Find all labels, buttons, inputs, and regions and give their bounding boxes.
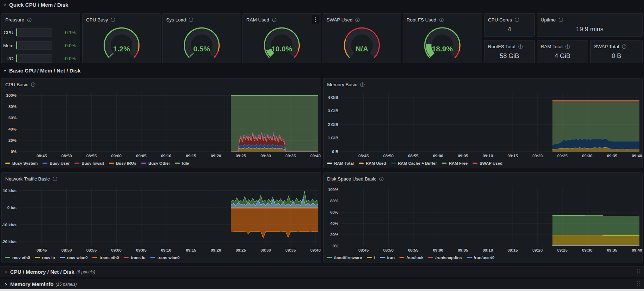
memory-basic-chart-plot[interactable]: 0 B1 GiB2 GiB3 GiB4 GiB08:4508:5008:5509…	[324, 90, 642, 159]
legend-label: trans eth0	[99, 255, 119, 260]
row-title: Memory Meminfo	[10, 281, 53, 287]
legend-item[interactable]: /boot/firmware	[327, 255, 362, 260]
info-icon[interactable]	[53, 177, 57, 181]
svg-text:08:55: 08:55	[86, 248, 97, 252]
row-header-basic[interactable]: Basic CPU / Mem / Net / Disk	[3, 68, 80, 74]
legend-item[interactable]: /run/user/0	[467, 255, 495, 260]
svg-text:08:50: 08:50	[61, 248, 72, 252]
legend-item[interactable]: Busy System	[5, 161, 38, 165]
disk-space-chart-plot[interactable]: 0%20%40%60%80%100%08:4508:5008:5509:0009…	[324, 185, 642, 254]
svg-text:09:35: 09:35	[607, 154, 617, 158]
legend-item[interactable]: Busy User	[43, 161, 70, 165]
network-traffic-chart-plot[interactable]: 10 kb/s0 b/s-10 kb/s-20 kb/s08:4508:5008…	[2, 185, 321, 254]
legend-item[interactable]: SWAP Used	[473, 161, 502, 165]
legend-item[interactable]: recv wlan0	[60, 255, 88, 260]
legend-swatch	[327, 163, 332, 164]
info-icon[interactable]	[111, 18, 115, 22]
cpu-basic-chart-plot[interactable]: 0%20%40%60%80%100%08:4508:5008:5509:0009…	[2, 90, 321, 159]
svg-text:09:10: 09:10	[483, 248, 493, 252]
collapsed-row-memory-meminfo[interactable]: Memory Meminfo (15 panels)	[0, 279, 644, 290]
svg-text:09:30: 09:30	[582, 248, 592, 252]
svg-text:09:20: 09:20	[211, 154, 221, 158]
svg-text:60%: 60%	[330, 210, 338, 214]
svg-text:09:15: 09:15	[507, 154, 518, 158]
bar-gauge-value: 0.0%	[65, 43, 76, 48]
legend-item[interactable]: Busy IRQs	[109, 161, 136, 165]
legend-label: /	[374, 255, 375, 260]
svg-text:09:40: 09:40	[310, 248, 320, 252]
legend-item[interactable]: recv lo	[35, 255, 55, 260]
legend-item[interactable]: RAM Used	[359, 161, 386, 165]
panel-title[interactable]: Network Traffic Basic	[5, 176, 50, 182]
legend-item[interactable]: /	[367, 255, 375, 260]
legend-item[interactable]: RAM Free	[442, 161, 468, 165]
drag-handle-icon[interactable]	[637, 268, 640, 275]
panel-title[interactable]: CPU Basic	[5, 82, 28, 87]
panel-title[interactable]: CPU Cores	[488, 17, 512, 23]
svg-text:4 GiB: 4 GiB	[328, 95, 338, 100]
row-title: Basic CPU / Mem / Net / Disk	[9, 68, 80, 74]
panel-title[interactable]: Memory Basic	[327, 82, 357, 87]
panel-title[interactable]: Pressure	[5, 17, 24, 23]
legend-item[interactable]: /run/snapd/ns	[428, 255, 462, 260]
legend-label: Busy System	[12, 161, 38, 165]
svg-text:09:00: 09:00	[111, 248, 122, 252]
svg-text:09:00: 09:00	[433, 154, 443, 158]
panel-title[interactable]: Disk Space Used Basic	[327, 176, 376, 182]
panel-title[interactable]: Sys Load	[166, 17, 186, 23]
legend-item[interactable]: trans eth0	[92, 255, 119, 260]
legend-item[interactable]: Busy Other	[141, 161, 170, 165]
info-icon[interactable]	[272, 18, 277, 22]
panel-title[interactable]: CPU Busy	[86, 17, 108, 23]
legend-swatch	[5, 257, 10, 258]
panel-title[interactable]: RAM Total	[541, 44, 562, 49]
svg-text:09:30: 09:30	[582, 154, 592, 158]
info-icon[interactable]	[559, 18, 563, 22]
bar-gauge-track	[16, 28, 52, 37]
info-icon[interactable]	[360, 82, 365, 87]
drag-handle-icon[interactable]	[637, 281, 640, 287]
legend-item[interactable]: trans wlan0	[150, 255, 180, 260]
legend-item[interactable]: Busy Iowait	[74, 161, 104, 165]
panel-ram-used: RAM Used 10.0%	[242, 13, 321, 63]
stat-value: 58 GiB	[484, 52, 534, 60]
legend-swatch	[150, 257, 155, 258]
panel-swap-used: SWAP Used N/A	[323, 13, 401, 63]
info-icon[interactable]	[518, 44, 523, 49]
panel-title[interactable]: SWAP Total	[594, 44, 619, 49]
info-icon[interactable]	[622, 44, 626, 49]
legend-label: Busy Iowait	[82, 161, 104, 165]
legend-item[interactable]: RAM Cache + Buffer	[391, 161, 437, 165]
legend-label: RAM Cache + Buffer	[398, 161, 437, 165]
legend-item[interactable]: /run	[380, 255, 395, 260]
svg-text:20%: 20%	[330, 233, 338, 237]
info-icon[interactable]	[565, 44, 570, 49]
collapsed-row-cpu-memory-net-disk[interactable]: CPU / Memory / Net / Disk (8 panels)	[0, 266, 644, 277]
legend-item[interactable]: Idle	[175, 161, 189, 165]
bottom-scrollbar[interactable]	[0, 289, 644, 291]
info-icon[interactable]	[379, 177, 384, 181]
panel-title[interactable]: RootFS Total	[488, 44, 515, 49]
legend-swatch	[124, 257, 129, 258]
panel-title[interactable]: Uptime	[541, 17, 556, 23]
bar-gauge-track	[16, 41, 52, 50]
row-panel-count: (8 panels)	[77, 270, 95, 274]
panel-title[interactable]: RAM Used	[246, 17, 269, 23]
legend-item[interactable]: RAM Total	[327, 161, 354, 165]
legend-label: /run	[387, 255, 395, 260]
info-icon[interactable]	[515, 18, 519, 22]
svg-text:09:20: 09:20	[532, 248, 542, 252]
legend-swatch	[442, 163, 447, 164]
panel-title[interactable]: Root FS Used	[406, 17, 436, 23]
row-header-quick[interactable]: Quick CPU / Mem / Disk	[3, 2, 68, 8]
info-icon[interactable]	[27, 18, 32, 22]
info-icon[interactable]	[189, 18, 193, 22]
legend-item[interactable]: /run/lock	[399, 255, 423, 260]
panel-title[interactable]: SWAP Used	[326, 17, 352, 23]
info-icon[interactable]	[439, 18, 444, 22]
info-icon[interactable]	[355, 18, 360, 22]
legend-swatch	[109, 163, 114, 164]
legend-item[interactable]: recv eth0	[5, 255, 30, 260]
info-icon[interactable]	[31, 82, 35, 87]
legend-item[interactable]: trans lo	[124, 255, 145, 260]
